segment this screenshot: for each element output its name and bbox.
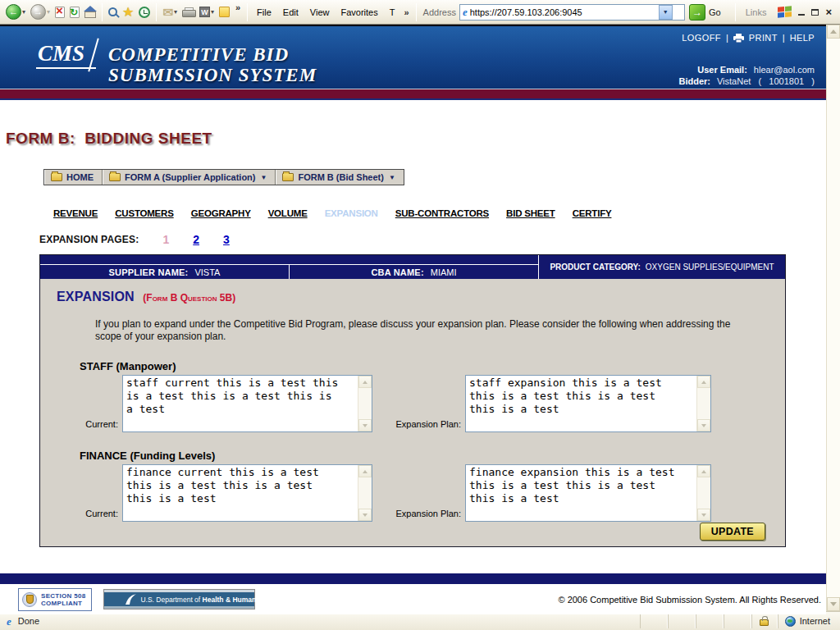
expansion-form: EXPANSION (Form B Question 5B) If you pl… xyxy=(40,279,785,546)
form-b-menu-button[interactable]: FORM B (Bid Sheet) ▼ xyxy=(276,170,403,185)
update-button[interactable]: UPDATE xyxy=(700,523,765,541)
stop-button[interactable]: × xyxy=(55,2,65,22)
copyright-text: © 2006 Competitive Bid Submission System… xyxy=(558,595,821,605)
footer: SECTION 508 COMPLIANT U.S. Department of… xyxy=(0,584,826,614)
logoff-link[interactable]: LOGOFF xyxy=(682,33,721,43)
links-label[interactable]: Links xyxy=(746,7,767,17)
forward-dropdown-icon[interactable]: ▾ xyxy=(47,8,50,16)
toolbar-overflow-icon[interactable]: » xyxy=(235,2,240,12)
menu-file[interactable]: File xyxy=(251,7,277,17)
tab-certify[interactable]: CERTIFY xyxy=(573,208,612,218)
address-input[interactable] xyxy=(470,6,659,19)
menu-overflow-icon[interactable]: » xyxy=(404,7,409,17)
cba-name-cell: CBA NAME: MIAMI xyxy=(290,265,538,279)
site-title: COMPETITIVE BID SUBMISSION SYSTEM xyxy=(108,44,317,85)
cms-logo-text: CMS xyxy=(38,41,84,66)
address-dropdown-icon[interactable]: ▼ xyxy=(659,5,673,20)
scroll-up-icon[interactable] xyxy=(358,465,372,477)
scroll-down-icon[interactable] xyxy=(697,509,710,521)
home-button[interactable] xyxy=(84,2,96,22)
section-tabs: REVENUE CUSTOMERS GEOGRAPHY VOLUME EXPAN… xyxy=(53,208,826,218)
refresh-button[interactable]: ↻ xyxy=(70,2,80,22)
help-link[interactable]: HELP xyxy=(790,33,815,43)
tab-customers[interactable]: CUSTOMERS xyxy=(115,208,173,218)
restore-icon[interactable] xyxy=(811,9,819,16)
search-button[interactable] xyxy=(108,2,117,22)
home-menu-button[interactable]: HOME xyxy=(44,170,103,185)
back-button[interactable]: ←▾ xyxy=(6,2,25,22)
scroll-up-icon[interactable] xyxy=(358,376,372,388)
edit-word-button[interactable]: W▾ xyxy=(199,2,214,22)
forward-button[interactable]: →▾ xyxy=(30,2,50,22)
textarea-scrollbar[interactable] xyxy=(358,465,372,521)
page-scrollbar[interactable] xyxy=(826,25,840,611)
cms-logo-slash xyxy=(88,39,98,72)
zone-text: Internet xyxy=(800,616,830,626)
mail-button[interactable]: ✉▾ xyxy=(162,2,177,22)
address-box[interactable]: e ▼ xyxy=(459,4,685,21)
go-button[interactable]: → xyxy=(689,4,705,21)
go-label[interactable]: Go xyxy=(709,7,721,17)
tab-revenue[interactable]: REVENUE xyxy=(53,208,98,218)
finance-current-textarea[interactable]: finance current this is a test this is a… xyxy=(122,464,372,522)
scroll-down-icon[interactable] xyxy=(697,419,710,431)
print-link[interactable]: PRINT xyxy=(749,33,778,43)
finance-plan-label: Expansion Plan: xyxy=(372,509,465,522)
history-icon xyxy=(139,7,150,18)
site-header: CMS COMPETITIVE BID SUBMISSION SYSTEM LO… xyxy=(0,25,826,89)
scrollbar-down-icon[interactable] xyxy=(827,597,840,611)
menu-edit[interactable]: Edit xyxy=(277,7,304,17)
medal-icon xyxy=(22,592,37,607)
word-dropdown-icon[interactable]: ▾ xyxy=(211,8,214,16)
tab-geography[interactable]: GEOGRAPHY xyxy=(191,208,251,218)
tab-bid-sheet[interactable]: BID SHEET xyxy=(506,208,555,218)
close-icon[interactable]: × xyxy=(825,7,832,17)
badge-508-line2: COMPLIANT xyxy=(41,600,85,607)
page-title: FORM B: BIDDING SHEET xyxy=(6,130,826,148)
scroll-down-icon[interactable] xyxy=(358,419,372,431)
supplier-name-value: VISTA xyxy=(194,267,220,277)
minimize-icon[interactable] xyxy=(798,14,805,16)
expansion-page-3[interactable]: 3 xyxy=(223,233,230,246)
staff-current-textarea[interactable]: staff current this is a test this is a t… xyxy=(122,375,372,432)
history-button[interactable] xyxy=(139,2,150,22)
scroll-down-icon[interactable] xyxy=(358,509,372,521)
expansion-page-2[interactable]: 2 xyxy=(193,233,199,246)
header-nav: LOGOFF | PRINT | HELP xyxy=(682,33,815,43)
menu-view[interactable]: View xyxy=(304,7,336,17)
textarea-scrollbar[interactable] xyxy=(358,376,372,431)
scroll-up-icon[interactable] xyxy=(697,376,710,388)
hhs-prefix: U.S. Department of xyxy=(140,596,200,604)
form-a-menu-button[interactable]: FORM A (Supplier Application) ▼ xyxy=(103,170,276,185)
staff-row: Current: staff current this is a test th… xyxy=(40,375,785,432)
hhs-eagle-icon xyxy=(124,593,137,606)
lock-icon xyxy=(760,619,769,626)
toolbar-separator xyxy=(247,3,248,21)
favorites-button[interactable]: ★ xyxy=(122,2,134,22)
printer-icon xyxy=(182,7,194,17)
finance-plan-textarea[interactable]: finance expansion this is a test this is… xyxy=(465,464,711,522)
mail-dropdown-icon[interactable]: ▾ xyxy=(174,8,177,16)
notes-button[interactable] xyxy=(219,2,230,22)
back-dropdown-icon[interactable]: ▾ xyxy=(22,8,25,16)
ie-page-icon: e xyxy=(460,7,470,17)
staff-plan-textarea[interactable]: staff expansion this is a test this is a… xyxy=(465,375,711,432)
windows-logo-icon xyxy=(778,6,792,17)
scrollbar-up-icon[interactable] xyxy=(827,25,840,39)
menu-bar: File Edit View Favorites T » xyxy=(251,7,412,17)
tab-volume[interactable]: VOLUME xyxy=(268,208,308,218)
section-508-badge[interactable]: SECTION 508 COMPLIANT xyxy=(18,588,92,611)
hhs-banner[interactable]: U.S. Department of Health & Human Servic… xyxy=(103,589,255,609)
user-email-value: hlear@aol.com xyxy=(754,64,815,75)
print-button[interactable] xyxy=(182,2,194,22)
info-bar: SUPPLIER NAME: VISTA CBA NAME: MIAMI PRO… xyxy=(40,255,785,279)
textarea-scrollbar[interactable] xyxy=(696,376,710,431)
toolbar-separator xyxy=(416,3,417,21)
menu-favorites[interactable]: Favorites xyxy=(335,7,383,17)
tab-expansion[interactable]: EXPANSION xyxy=(325,208,378,218)
menu-tools-truncated[interactable]: T xyxy=(384,7,401,17)
scroll-up-icon[interactable] xyxy=(697,465,710,477)
tab-sub-contractors[interactable]: SUB-CONTRACTORS xyxy=(395,208,489,218)
stop-icon: × xyxy=(55,7,65,18)
textarea-scrollbar[interactable] xyxy=(696,465,710,521)
